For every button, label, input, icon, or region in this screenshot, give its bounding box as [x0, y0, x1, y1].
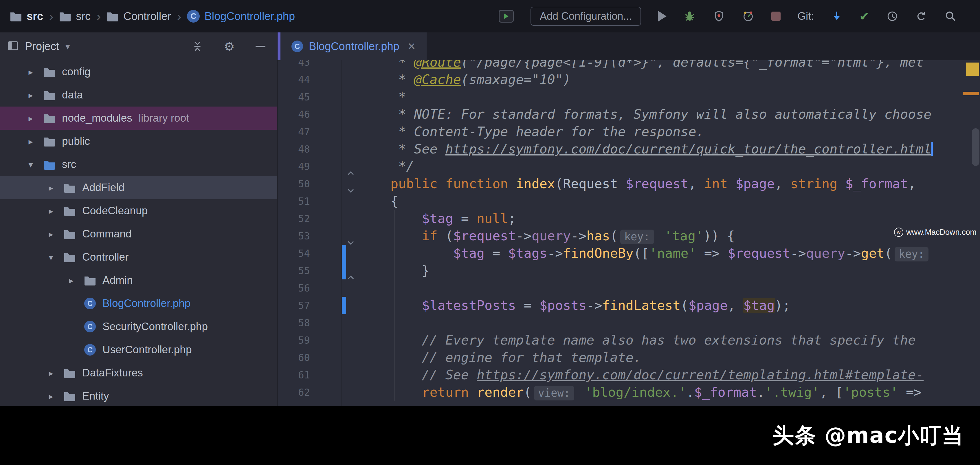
chevron-collapsed-icon[interactable]: ▸ — [24, 90, 37, 100]
main-area: Project ▾ ⚙ ▸config▸data▸node_moduleslib… — [0, 32, 980, 406]
breadcrumb-item-blogcontroller[interactable]: C BlogController.php — [187, 10, 295, 22]
vcs-update-button[interactable] — [831, 10, 843, 22]
breadcrumb: src › src › Controller › C BlogControlle… — [10, 10, 295, 23]
run-with-coverage-button[interactable] — [713, 10, 725, 22]
chevron-expanded-icon[interactable]: ▾ — [24, 159, 37, 170]
tree-item-label: Admin — [102, 274, 133, 287]
code-line-52: 52 $tag = null; — [278, 210, 980, 227]
breadcrumb-item-controller[interactable]: Controller — [107, 10, 171, 22]
code-text: if ($request->query->has(key: 'tag')) { — [390, 227, 735, 245]
folder-icon — [63, 205, 76, 216]
tree-item-blogcontroller-php[interactable]: CBlogController.php — [0, 292, 277, 315]
chevron-collapsed-icon[interactable]: ▸ — [45, 368, 57, 378]
tree-item-codecleanup[interactable]: ▸CodeCleanup — [0, 199, 277, 222]
code-line-51: 51{ — [278, 193, 980, 210]
tree-item-command[interactable]: ▸Command — [0, 222, 277, 245]
php-class-icon: C — [83, 321, 97, 333]
chevron-collapsed-icon[interactable]: ▸ — [24, 67, 37, 77]
git-label: Git: — [797, 10, 814, 22]
code-line-50: 50public function index(Request $request… — [278, 175, 980, 193]
folder-icon — [43, 136, 56, 147]
line-number: 56 — [278, 279, 310, 297]
gear-icon[interactable]: ⚙ — [224, 39, 235, 54]
tree-item-config[interactable]: ▸config — [0, 60, 277, 83]
line-number: 61 — [278, 366, 310, 384]
vcs-update-arrow-icon — [831, 10, 843, 22]
chevron-right-icon: › — [96, 10, 101, 23]
tree-item-controller[interactable]: ▾Controller — [0, 245, 277, 269]
tree-item-entity[interactable]: ▸Entity — [0, 384, 277, 406]
line-number: 60 — [278, 349, 310, 366]
chevron-collapsed-icon[interactable]: ▸ — [24, 136, 37, 147]
line-number: 48 — [278, 140, 310, 158]
tab-blogcontroller[interactable]: C BlogController.php ✕ — [280, 32, 426, 60]
run-button[interactable] — [658, 11, 667, 22]
project-tree: ▸config▸data▸node_moduleslibrary root▸pu… — [0, 60, 277, 406]
code-line-49: 49 */ — [278, 158, 980, 175]
tree-item-usercontroller-php[interactable]: CUserController.php — [0, 338, 277, 361]
code-text: * @Route("/page/{page<[1-9]\d*>}", defau… — [390, 60, 924, 71]
main-toolbar: src › src › Controller › C BlogControlle… — [0, 0, 980, 32]
chevron-collapsed-icon[interactable]: ▸ — [24, 113, 37, 123]
tree-item-label: public — [62, 135, 90, 147]
tree-item-public[interactable]: ▸public — [0, 130, 277, 153]
parameter-hint: key: — [620, 229, 654, 244]
debug-button[interactable] — [683, 10, 696, 22]
history-button[interactable] — [886, 10, 898, 22]
folder-icon — [59, 11, 71, 21]
code-text: * Content-Type header for the response. — [390, 123, 704, 140]
project-panel-title[interactable]: Project — [25, 40, 59, 53]
vcs-commit-button[interactable]: ✔ — [859, 9, 869, 24]
stop-icon — [771, 11, 781, 21]
tree-item-suffix: library root — [138, 112, 189, 124]
clock-icon — [886, 10, 898, 22]
tree-item-admin[interactable]: ▸Admin — [0, 269, 277, 292]
chevron-collapsed-icon[interactable]: ▸ — [45, 183, 57, 193]
chevron-expanded-icon[interactable]: ▾ — [45, 252, 57, 262]
add-configuration-dropdown[interactable]: Add Configuration... — [531, 7, 641, 26]
tree-item-label: UserController.php — [102, 344, 192, 356]
code-line-44: 44 * @Cache(smaxage="10") — [278, 71, 980, 88]
search-everywhere-button[interactable] — [944, 10, 957, 22]
tree-item-src[interactable]: ▾src — [0, 153, 277, 176]
profiler-button[interactable] — [742, 10, 754, 22]
project-panel-header: Project ▾ ⚙ — [0, 32, 277, 60]
toolbar-right: Add Configuration... — [499, 7, 957, 26]
code-text: $tag = $tags->findOneBy(['name' => $requ… — [390, 245, 931, 262]
folder-icon — [63, 252, 76, 262]
code-text: * — [390, 88, 406, 106]
chevron-collapsed-icon[interactable]: ▸ — [45, 229, 57, 239]
line-number: 47 — [278, 123, 310, 140]
breadcrumb-item-src[interactable]: src — [59, 10, 91, 22]
code-text: // See https://symfony.com/doc/current/t… — [390, 366, 924, 384]
tree-item-datafixtures[interactable]: ▸DataFixtures — [0, 361, 277, 384]
close-icon[interactable]: ✕ — [407, 41, 416, 52]
line-number: 62 — [278, 384, 310, 401]
breadcrumb-item-project-root[interactable]: src — [10, 10, 43, 22]
code-line-54: 54 $tag = $tags->findOneBy(['name' => $r… — [278, 245, 980, 262]
tree-item-label: BlogController.php — [102, 297, 191, 309]
tree-item-data[interactable]: ▸data — [0, 83, 277, 107]
tree-item-node-modules[interactable]: ▸node_moduleslibrary root — [0, 107, 277, 130]
tree-item-addfield[interactable]: ▸AddField — [0, 176, 277, 199]
run-configurations-icon[interactable] — [499, 10, 514, 22]
tree-item-label: CodeCleanup — [82, 205, 148, 217]
tree-item-securitycontroller-php[interactable]: CSecurityController.php — [0, 315, 277, 338]
code-editor[interactable]: 43 * @Route("/page/{page<[1-9]\d*>}", de… — [278, 60, 980, 406]
hide-panel-button[interactable] — [256, 46, 266, 47]
code-lines: 43 * @Route("/page/{page<[1-9]\d*>}", de… — [278, 60, 980, 401]
rollback-button[interactable] — [915, 10, 928, 22]
chevron-collapsed-icon[interactable]: ▸ — [65, 275, 78, 285]
line-number: 44 — [278, 71, 310, 88]
chevron-collapsed-icon[interactable]: ▸ — [45, 391, 57, 401]
collapse-all-button[interactable] — [192, 41, 203, 52]
tree-item-label: config — [62, 66, 91, 78]
search-icon — [944, 10, 957, 22]
stop-button[interactable] — [771, 11, 781, 21]
macdown-logo-icon: w — [894, 228, 903, 237]
folder-icon — [43, 90, 56, 100]
scrollbar-thumb[interactable] — [972, 128, 979, 166]
chevron-down-icon[interactable]: ▾ — [65, 41, 70, 51]
tool-window-icon — [8, 40, 19, 53]
chevron-collapsed-icon[interactable]: ▸ — [45, 206, 57, 216]
